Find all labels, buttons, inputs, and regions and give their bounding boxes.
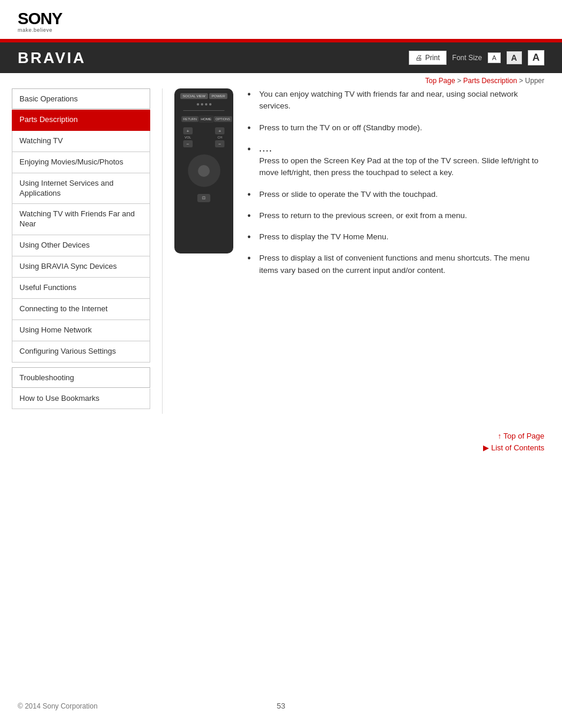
print-button[interactable]: 🖨 Print <box>409 51 447 65</box>
remote-control-image: SOCIAL VIEW POWER RETURN HOME OPTIONS <box>174 88 233 253</box>
font-size-small-button[interactable]: A <box>488 52 500 63</box>
sidebar: Basic Operations Parts Description Watch… <box>12 88 156 414</box>
page-number: 53 <box>277 701 285 710</box>
sidebar-group-basic: Basic Operations Parts Description Watch… <box>12 88 150 363</box>
remote-divider-1 <box>183 110 224 111</box>
breadcrumb: Top Page > Parts Description > Upper <box>0 73 562 88</box>
sidebar-item-configuring[interactable]: Configuring Various Settings <box>12 341 150 363</box>
breadcrumb-parts-description[interactable]: Parts Description <box>463 77 517 85</box>
sidebar-group-troubleshooting: Troubleshooting How to Use Bookmarks <box>12 367 150 410</box>
desc-item-1: • You can enjoy watching TV with friends… <box>247 88 550 113</box>
power-btn: POWER <box>209 93 227 99</box>
vol-label: VOL <box>184 136 191 139</box>
copyright: © 2014 Sony Corporation <box>18 702 98 710</box>
touchpad-inner <box>198 165 210 177</box>
sidebar-item-connecting-internet[interactable]: Connecting to the Internet <box>12 299 150 320</box>
bravia-title: BRAVIA <box>18 49 409 67</box>
vol-group: + VOL − <box>183 127 193 147</box>
breadcrumb-current: Upper <box>525 77 544 85</box>
desc-text-3: .... Press to open the Screen Key Pad at… <box>259 143 550 179</box>
desc-item-3: • .... Press to open the Screen Key Pad … <box>247 143 550 179</box>
desc-text-6: Press to display the TV Home Menu. <box>259 231 389 243</box>
content-area: SOCIAL VIEW POWER RETURN HOME OPTIONS <box>162 88 550 414</box>
desc-item-5: • Press to return to the previous screen… <box>247 210 550 222</box>
sony-tagline: make.believe <box>18 27 544 33</box>
font-size-medium-button[interactable]: A <box>507 51 522 64</box>
toolbar-right: 🖨 Print Font Size A A A <box>409 50 544 65</box>
footer-nav: Top of Page List of Contents <box>0 414 562 461</box>
desc-text-5: Press to return to the previous screen, … <box>259 210 467 222</box>
home-btn: HOME <box>199 116 214 123</box>
descriptions: • You can enjoy watching TV with friends… <box>247 88 550 286</box>
sidebar-item-parts-description[interactable]: Parts Description <box>12 110 150 131</box>
font-size-large-button[interactable]: A <box>528 50 544 65</box>
content-body: SOCIAL VIEW POWER RETURN HOME OPTIONS <box>174 88 550 286</box>
breadcrumb-sep1: > <box>457 77 463 85</box>
sidebar-item-useful-functions[interactable]: Useful Functions <box>12 278 150 299</box>
desc-text-1: You can enjoy watching TV with friends f… <box>259 88 550 113</box>
desc-item-2: • Press to turn the TV on or off (Standb… <box>247 122 550 134</box>
return-btn: RETURN <box>181 116 199 122</box>
desc-item-7: • Press to display a list of convenient … <box>247 252 550 276</box>
top-bar: BRAVIA 🖨 Print Font Size A A A <box>0 42 562 73</box>
bullet-4: • <box>247 190 254 199</box>
sidebar-item-other-devices[interactable]: Using Other Devices <box>12 235 150 256</box>
remote-touchpad <box>188 154 220 187</box>
ch-plus: + <box>215 127 224 134</box>
ch-group: + CH − <box>215 127 224 147</box>
ch-minus: − <box>215 140 224 147</box>
sidebar-item-watching-tv[interactable]: Watching TV <box>12 131 150 152</box>
dot-3 <box>205 103 207 106</box>
sidebar-item-home-network[interactable]: Using Home Network <box>12 320 150 341</box>
bullet-3: • <box>247 144 254 154</box>
sidebar-basic-ops[interactable]: Basic Operations <box>12 88 150 109</box>
remote-bottom-icon: ⊡ <box>197 194 210 202</box>
font-size-label: Font Size <box>452 54 482 62</box>
social-view-btn: SOCIAL VIEW <box>180 93 208 99</box>
options-btn: OPTIONS <box>214 116 232 122</box>
breadcrumb-top-page[interactable]: Top Page <box>425 77 455 85</box>
sidebar-item-how-to-use[interactable]: How to Use Bookmarks <box>12 388 150 410</box>
dot-1 <box>197 103 199 106</box>
desc-text-3-body: Press to open the Screen Key Pad at the … <box>259 156 538 177</box>
list-of-contents-link[interactable]: List of Contents <box>18 443 544 452</box>
remote-dots <box>197 103 211 106</box>
main-layout: Basic Operations Parts Description Watch… <box>0 88 562 414</box>
sidebar-item-bravia-sync[interactable]: Using BRAVIA Sync Devices <box>12 256 150 278</box>
desc-item-6: • Press to display the TV Home Menu. <box>247 231 550 243</box>
bullet-2: • <box>247 123 254 133</box>
remote-vol-ch: + VOL − + CH − <box>183 127 224 147</box>
print-icon: 🖨 <box>415 54 422 62</box>
inline-dots: .... <box>259 144 273 153</box>
bullet-1: • <box>247 90 254 99</box>
sony-logo: SONY <box>18 11 544 27</box>
dot-2 <box>201 103 203 106</box>
sidebar-troubleshooting[interactable]: Troubleshooting <box>12 367 150 388</box>
breadcrumb-sep2: > <box>519 77 525 85</box>
remote-nav-row: RETURN HOME OPTIONS <box>178 116 230 123</box>
desc-text-2: Press to turn the TV on or off (Standby … <box>259 122 422 134</box>
sidebar-item-internet-services[interactable]: Using Internet Services and Applications <box>12 173 150 205</box>
sidebar-item-watching-friends[interactable]: Watching TV with Friends Far and Near <box>12 204 150 235</box>
desc-text-7: Press to display a list of convenient fu… <box>259 252 550 276</box>
bullet-7: • <box>247 253 254 263</box>
logo-area: SONY make.believe <box>0 0 562 39</box>
desc-item-4: • Press or slide to operate the TV with … <box>247 189 550 200</box>
desc-text-4: Press or slide to operate the TV with th… <box>259 189 438 200</box>
vol-minus: − <box>183 140 193 147</box>
bullet-5: • <box>247 211 254 220</box>
top-of-page-link[interactable]: Top of Page <box>18 431 544 440</box>
dot-4 <box>209 103 211 106</box>
sidebar-item-enjoying[interactable]: Enjoying Movies/Music/Photos <box>12 152 150 173</box>
ch-label: CH <box>217 136 222 139</box>
vol-plus: + <box>183 127 193 134</box>
remote-top-buttons: SOCIAL VIEW POWER <box>178 93 230 99</box>
bullet-6: • <box>247 232 254 242</box>
